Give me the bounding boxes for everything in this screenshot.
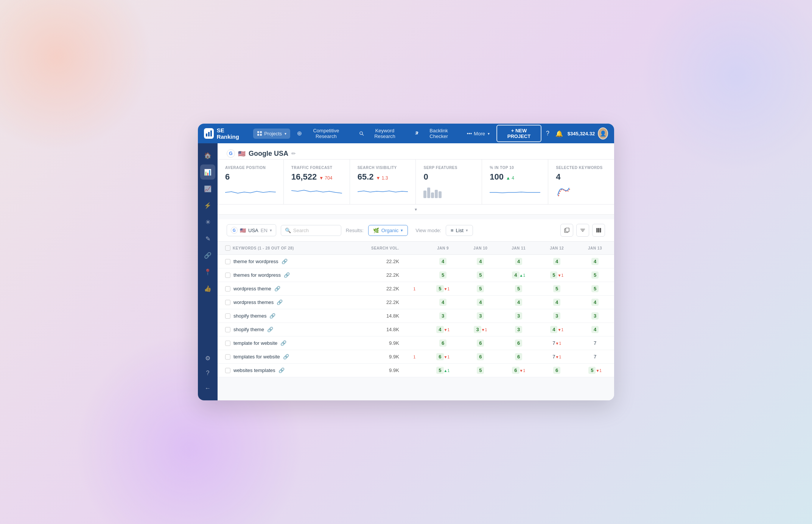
page-title: Google USA [249,150,288,158]
columns-button[interactable] [592,224,605,237]
copy-button[interactable] [560,224,573,237]
keyword-link-icon[interactable]: 🔗 [274,286,280,291]
keyword-text: templates for website [233,354,280,360]
rank-cell: 3 [461,309,499,323]
row-checkbox[interactable] [225,273,230,278]
keyword-cell: themes for wordpress 🔗 [218,268,345,282]
more-dots-icon: ••• [467,131,472,136]
keyword-cell: shopify themes 🔗 [218,309,345,323]
stat-label-avg-position: AVERAGE POSITION [225,166,276,170]
rank-cell: 4 [538,255,576,268]
rank-cell: 5▲1 [425,364,461,377]
competitive-research-nav-button[interactable]: Competitive Research [293,126,352,141]
sidebar-item-settings[interactable]: ⚙ [200,350,215,366]
table-row: themes for wordpress 🔗 22.2K 5 5 4▲1 5▼1… [218,268,614,282]
sidebar-item-local[interactable]: 📍 [200,264,215,279]
table-body: theme for wordpress 🔗 22.2K 4 4 4 4 4 th… [218,255,614,377]
row-checkbox[interactable] [225,341,230,346]
keywords-table: KEYWORDS (1 - 28 OUT OF 28) SEARCH VOL. … [218,242,614,377]
stat-value-top10: 100 ▲ 4 [490,172,540,182]
row-checkbox[interactable] [225,327,230,332]
edit-title-icon[interactable]: ✏ [291,150,296,157]
row-checkbox[interactable] [225,313,230,319]
rank-cell: 4 [425,255,461,268]
table-row: shopify themes 🔗 14.8K 3 3 3 3 3 [218,309,614,323]
filter-button[interactable] [576,224,589,237]
serp-bar [423,191,426,198]
keyword-link-icon[interactable]: 🔗 [278,367,285,373]
country-label: USA [248,228,258,233]
sidebar-item-back[interactable]: ← [200,381,215,396]
keyword-text: wordpress themes [233,299,274,305]
location-selector[interactable]: G 🇺🇸 USA EN ▾ [227,224,276,236]
keyword-text: theme for wordpress [233,259,278,264]
rank-cell: 4▼1 [425,323,461,336]
keyword-text: shopify theme [233,327,264,332]
search-vol-cell: 22.2K [345,268,404,282]
select-all-checkbox[interactable] [225,245,230,251]
view-mode-selector[interactable]: ≡ List ▾ [446,225,473,236]
svg-rect-1 [208,132,210,136]
rank-cell: 3 [499,323,538,336]
keyword-search-box[interactable]: 🔍 Search [281,225,341,236]
rank-cell: 4▼1 [538,323,576,336]
stat-card-top10: % IN TOP 10 100 ▲ 4 [482,160,548,204]
prev-cell [404,255,425,268]
table-row: wordpress themes 🔗 22.2K 4 4 4 4 4 [218,296,614,309]
keyword-link-icon[interactable]: 🔗 [280,340,286,346]
keyword-cell: templates for website 🔗 [218,350,345,364]
keyword-link-icon[interactable]: 🔗 [267,327,273,332]
th-prev [404,242,425,255]
more-nav-button[interactable]: ••• More ▾ [463,129,493,139]
sidebar-item-keywords[interactable]: ✳ [200,214,215,229]
keyword-cell: wordpress theme 🔗 [218,282,345,296]
keyword-link-icon[interactable]: 🔗 [284,272,290,278]
row-checkbox[interactable] [225,259,230,264]
stat-chart-traffic [291,185,342,198]
sidebar-item-help[interactable]: ? [200,366,215,381]
keyword-link-icon[interactable]: 🔗 [283,354,289,360]
sidebar-item-home[interactable]: 🏠 [200,148,215,163]
row-checkbox[interactable] [225,354,230,360]
stat-chart-keywords [556,185,607,198]
prev-cell: 1 [404,350,425,364]
stat-card-visibility: SEARCH VISIBILITY 65.2 ▼ 1.3 [350,160,416,204]
expand-stats-button[interactable]: ▾ [218,205,614,215]
keyword-link-icon[interactable]: 🔗 [277,299,283,305]
organic-icon: 🌿 [373,228,379,233]
list-chevron-icon: ▾ [466,228,468,233]
rank-cell: 6 [499,336,538,350]
brand-logo: SE Ranking [204,127,246,140]
backlink-checker-nav-button[interactable]: Backlink Checker [411,126,460,141]
location-chevron-icon: ▾ [270,228,272,233]
new-project-button[interactable]: + NEW PROJECT [496,125,541,142]
sidebar-item-analytics[interactable]: 📈 [200,181,215,196]
keyword-cell: wordpress themes 🔗 [218,296,345,309]
rank-cell: 3 [576,309,614,323]
projects-nav-button[interactable]: Projects ▾ [253,129,290,139]
notifications-button[interactable]: 🔔 [554,129,565,139]
stat-label-serp: SERP FEATURES [423,166,474,170]
results-type-selector[interactable]: 🌿 Organic ▾ [368,225,408,236]
rank-cell: 4 [576,255,614,268]
row-checkbox[interactable] [225,286,230,291]
sidebar-item-pages[interactable]: ✎ [200,231,215,246]
sidebar-item-reports[interactable]: 👍 [200,281,215,296]
brand-icon [204,128,214,139]
keyword-link-icon[interactable]: 🔗 [269,313,275,319]
rank-cell: 7▼1 [538,336,576,350]
stat-chart-visibility [358,185,408,198]
sidebar-item-audit[interactable]: ⚡ [200,198,215,213]
row-checkbox[interactable] [225,368,230,373]
sidebar-item-rankings[interactable]: 📊 [200,164,215,180]
user-avatar[interactable]: 👤 [598,127,608,140]
keyword-link-icon[interactable]: 🔗 [282,259,288,264]
keyword-research-nav-button[interactable]: Keyword Research [355,126,408,141]
sidebar-item-backlinks[interactable]: 🔗 [200,248,215,263]
rank-cell: 7 [576,336,614,350]
serp-bar [431,192,434,198]
row-checkbox[interactable] [225,300,230,305]
rank-cell: 5 [425,268,461,282]
svg-rect-18 [600,228,601,233]
help-button[interactable]: ? [544,129,551,138]
